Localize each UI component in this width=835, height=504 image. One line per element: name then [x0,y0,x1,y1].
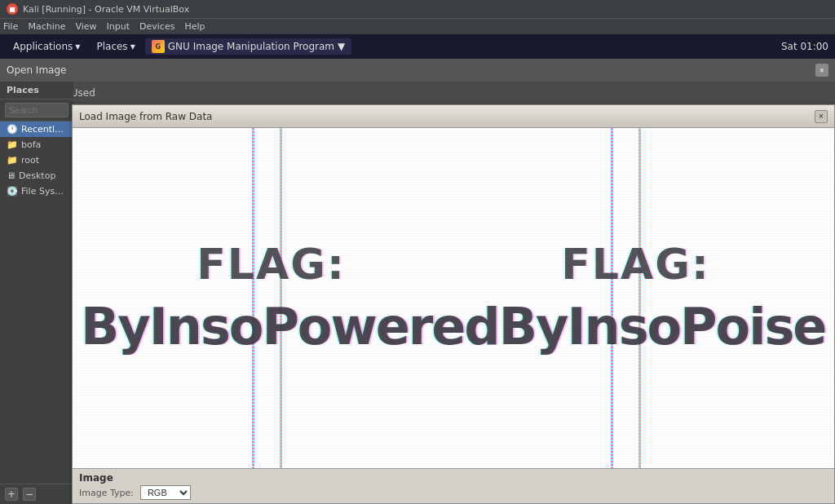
desktop-item[interactable]: 🖥 Desktop [0,168,73,183]
load-image-dialog: Load Image from Raw Data × FLAG: FLAG: [72,104,835,504]
image-canvas-area: FLAG: FLAG: ByInsoPoweredByInsoPoise [73,128,834,468]
load-image-titlebar: Load Image from Raw Data × [73,105,834,128]
gimp-taskbar-button[interactable]: G GNU Image Manipulation Program ▼ [145,38,352,55]
menu-devices[interactable]: Devices [139,21,175,32]
image-type-row: Image Type: RGB RGBA GRAY [79,485,828,500]
applications-menu-button[interactable]: Applications ▼ [7,39,86,54]
remove-bookmark-button[interactable]: − [23,488,36,501]
bofa-icon: 📁 [7,139,18,150]
byinso-text: ByInsoPoweredByInsoPoise [81,297,825,356]
applications-label: Applications [13,41,73,52]
vm-title-icon: ■ [7,3,18,15]
byinso-row: ByInsoPoweredByInsoPoise [73,297,834,356]
open-image-header: Open Image × [0,59,835,82]
search-container [0,99,73,122]
kali-taskbar: Applications ▼ Places ▼ G GNU Image Mani… [0,34,835,59]
image-info-bar: Image Image Type: RGB RGBA GRAY [73,468,834,503]
flag-text-left: FLAG: [197,240,345,289]
vm-menubar: File Machine View Input Devices Help [0,18,835,34]
root-icon: 📁 [7,155,18,166]
filesystem-label: File Syste... [21,186,67,197]
root-item[interactable]: 📁 root [0,153,73,168]
gimp-icon: G [152,40,165,53]
menu-view[interactable]: View [75,21,96,32]
root-label: root [21,155,39,166]
open-image-close-button[interactable]: × [815,64,828,77]
bofa-item[interactable]: 📁 bofa [0,137,73,153]
filesystem-item[interactable]: 💽 File Syste... [0,183,73,199]
desktop-icon: 🖥 [7,170,15,181]
search-input[interactable] [5,103,68,117]
taskbar-left: Applications ▼ Places ▼ G GNU Image Mani… [7,38,778,55]
main-area: Open Image × 🕐 Recently Used Places 🕐 Re… [0,59,835,504]
flag-text-right: FLAG: [561,240,709,289]
image-section-title: Image [79,472,828,484]
open-image-title: Open Image [7,64,66,76]
gimp-arrow-icon: ▼ [338,41,345,52]
applications-arrow-icon: ▼ [75,43,80,51]
places-arrow-icon: ▼ [130,43,135,51]
menu-input[interactable]: Input [107,21,130,32]
menu-file[interactable]: File [3,21,18,32]
menu-help[interactable]: Help [184,21,205,32]
gimp-label: GNU Image Manipulation Program [168,41,334,52]
filesystem-icon: 💽 [7,186,18,197]
vm-titlebar: ■ Kali [Running] - Oracle VM VirtualBox [0,0,835,18]
bofa-label: bofa [21,139,41,150]
taskbar-clock: Sat 01:00 [781,41,828,52]
flag-row: FLAG: FLAG: [73,240,834,289]
add-bookmark-button[interactable]: + [5,488,18,501]
load-image-close-button[interactable]: × [815,110,828,123]
menu-machine[interactable]: Machine [28,21,65,32]
recently-used-item[interactable]: 🕐 Recently U... [0,122,73,137]
places-header: Places [0,82,73,99]
places-label: Places [96,41,127,52]
places-menu-button[interactable]: Places ▼ [90,39,141,54]
image-text-layer: FLAG: FLAG: ByInsoPoweredByInsoPoise [73,128,834,468]
image-type-label: Image Type: [79,488,134,498]
file-chooser-sidebar: Places 🕐 Recently U... 📁 bofa 📁 root 🖥 D… [0,82,73,504]
image-preview: FLAG: FLAG: ByInsoPoweredByInsoPoise [73,128,834,468]
recently-used-bar: 🕐 Recently Used [0,82,835,104]
image-type-select[interactable]: RGB RGBA GRAY [140,485,191,500]
vm-title-text: Kali [Running] - Oracle VM VirtualBox [23,4,189,15]
desktop-label: Desktop [19,170,55,181]
recently-used-folder-icon: 🕐 [7,124,18,135]
load-image-title: Load Image from Raw Data [79,111,212,122]
recently-used-item-label: Recently U... [21,124,67,135]
